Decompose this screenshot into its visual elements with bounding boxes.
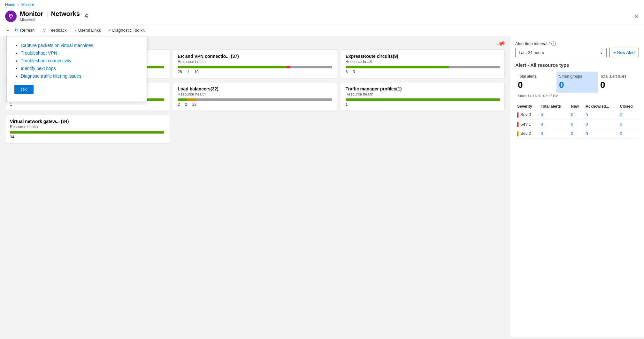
card-counts: 34 [10, 135, 164, 139]
capture-packets-link[interactable]: Capture packets on virtual machines [21, 43, 93, 48]
org-label: Microsoft [20, 18, 80, 22]
severity-closed[interactable]: 0 [618, 119, 639, 129]
list-item: Troubleshoot VPN [21, 50, 139, 56]
smart-groups-col: Smart groups 0 [556, 72, 598, 93]
severity-table: SeverityTotal alertsNewAcknowled...Close… [515, 103, 639, 139]
pin-icon[interactable]: 📌 [496, 39, 506, 48]
severity-table-col-header: Total alerts [539, 103, 569, 110]
resource-card[interactable]: Traffic manager profiles(1)Resource heal… [341, 82, 505, 111]
severity-table-col-header: New [569, 103, 584, 110]
severity-row: Sev 00000 [515, 110, 639, 120]
useful-links-button[interactable]: ∨ Useful Links [71, 27, 104, 34]
page-title-networks: Networks [51, 10, 80, 17]
severity-ack[interactable]: 0 [584, 110, 618, 120]
expand-button[interactable]: » [5, 26, 10, 34]
breadcrumb-home[interactable]: Home [5, 3, 15, 7]
resource-card[interactable]: Virtual network gatew... (34)Resource he… [5, 115, 169, 143]
severity-new[interactable]: 0 [569, 119, 584, 129]
svg-point-2 [10, 15, 11, 16]
diagnostic-dropdown-popup: Capture packets on virtual machines Trou… [6, 36, 147, 102]
severity-table-col-header: Acknowled... [584, 103, 618, 110]
resource-card[interactable]: ExpressRoute circuits(9)Resource health6… [341, 50, 505, 78]
severity-ack[interactable]: 0 [584, 119, 618, 129]
diagnostic-toolkit-button[interactable]: ∨ Diagnostic Toolkit [105, 27, 148, 34]
useful-links-label: Useful Links [78, 28, 101, 33]
interval-row: Last 24 hours ∨ + New Alert [515, 48, 639, 57]
required-marker: * [548, 41, 550, 46]
troubleshoot-connectivity-link[interactable]: Troubleshoot connectivity [21, 58, 71, 63]
main-content: Capture packets on virtual machines Trou… [0, 36, 644, 337]
resource-health-bar [178, 98, 332, 101]
card-subtitle: Resource health [178, 59, 332, 64]
diagnostic-toolkit-label: Diagnostic Toolkit [112, 28, 145, 33]
card-title: ER and VPN connectio... (37) [178, 54, 332, 59]
resource-health-bar [346, 66, 500, 68]
list-item: Diagnose traffic filtering issues [21, 73, 139, 79]
severity-row: Sev 10000 [515, 119, 639, 129]
page-title-monitor: Monitor [20, 10, 43, 17]
since-text: Since 11/17/20, 02:17 PM [515, 94, 639, 98]
card-title: ExpressRoute circuits(9) [346, 54, 500, 59]
card-title: Traffic manager profiles(1) [346, 86, 500, 91]
severity-total[interactable]: 0 [539, 129, 569, 139]
close-icon[interactable]: ✕ [634, 13, 639, 20]
resource-card[interactable]: Load balancers(32)Resource health2228 [173, 82, 337, 111]
severity-closed[interactable]: 0 [618, 110, 639, 120]
feedback-label: Feedback [49, 28, 67, 33]
alert-interval-label: Alert time interval * i [515, 41, 639, 46]
refresh-button[interactable]: ↻ Refresh [12, 26, 38, 34]
feedback-icon: ☺ [42, 27, 47, 33]
severity-closed[interactable]: 0 [618, 129, 639, 139]
right-panel: Alert time interval * i Last 24 hours ∨ … [510, 36, 644, 337]
total-alert-rules-col: Total alert rules 0 [598, 72, 639, 93]
severity-ack[interactable]: 0 [584, 129, 618, 139]
card-title: Load balancers(32) [178, 86, 332, 91]
resource-health-bar [178, 66, 332, 68]
troubleshoot-vpn-link[interactable]: Troubleshoot VPN [21, 50, 57, 56]
resource-card[interactable]: ER and VPN connectio... (37)Resource hea… [173, 50, 337, 78]
refresh-icon: ↻ [15, 27, 19, 33]
card-counts: 63 [346, 70, 500, 74]
list-item: Troubleshoot connectivity [21, 58, 139, 63]
alert-section-title: Alert - All resource type [515, 62, 639, 68]
card-counts: 2228 [178, 102, 332, 107]
card-counts: 1 [346, 102, 500, 107]
card-counts: 1 [10, 102, 164, 107]
diagnostic-link-list: Capture packets on virtual machines Trou… [14, 43, 139, 79]
severity-table-header: SeverityTotal alertsNewAcknowled...Close… [515, 103, 639, 110]
diagnose-traffic-link[interactable]: Diagnose traffic filtering issues [21, 73, 81, 79]
severity-label: Sev 0 [515, 110, 539, 120]
severity-total[interactable]: 0 [539, 110, 569, 120]
diagnostic-toolkit-chevron: ∨ [109, 28, 111, 32]
card-subtitle: Resource health [10, 125, 164, 129]
info-icon[interactable]: i [551, 42, 556, 46]
resource-health-bar [10, 131, 164, 134]
alert-summary: Total alerts 0 Smart groups 0 Total aler… [515, 72, 639, 93]
list-item: Identify next hops [21, 66, 139, 71]
interval-select[interactable]: Last 24 hours ∨ [515, 48, 607, 57]
severity-table-col-header: Closed [618, 103, 639, 110]
page-title-pipe: | [46, 10, 48, 17]
toolbar: » ↻ Refresh ☺ Feedback ∨ Useful Links ∨ … [0, 24, 644, 36]
feedback-button[interactable]: ☺ Feedback [39, 26, 70, 34]
breadcrumb-monitor[interactable]: Monitor [21, 3, 34, 7]
severity-table-col-header: Severity [515, 103, 539, 110]
card-counts: 26110 [178, 70, 332, 74]
new-alert-button[interactable]: + New Alert [609, 48, 639, 57]
card-subtitle: Resource health [178, 92, 332, 96]
card-title: Virtual network gatew... (34) [10, 119, 164, 124]
refresh-label: Refresh [20, 28, 35, 33]
severity-new[interactable]: 0 [569, 129, 584, 139]
severity-total[interactable]: 0 [539, 119, 569, 129]
card-subtitle: Resource health [346, 92, 500, 96]
useful-links-chevron: ∨ [74, 28, 77, 32]
breadcrumb: Home › Monitor [5, 0, 639, 8]
print-icon[interactable]: 🖨 [84, 13, 89, 19]
list-item: Capture packets on virtual machines [21, 43, 139, 48]
resource-health-bar [346, 98, 500, 101]
severity-new[interactable]: 0 [569, 110, 584, 120]
identify-next-hops-link[interactable]: Identify next hops [21, 66, 56, 71]
ok-button[interactable]: OK [14, 85, 34, 94]
severity-row: Sev 20000 [515, 129, 639, 139]
severity-label: Sev 1 [515, 119, 539, 129]
